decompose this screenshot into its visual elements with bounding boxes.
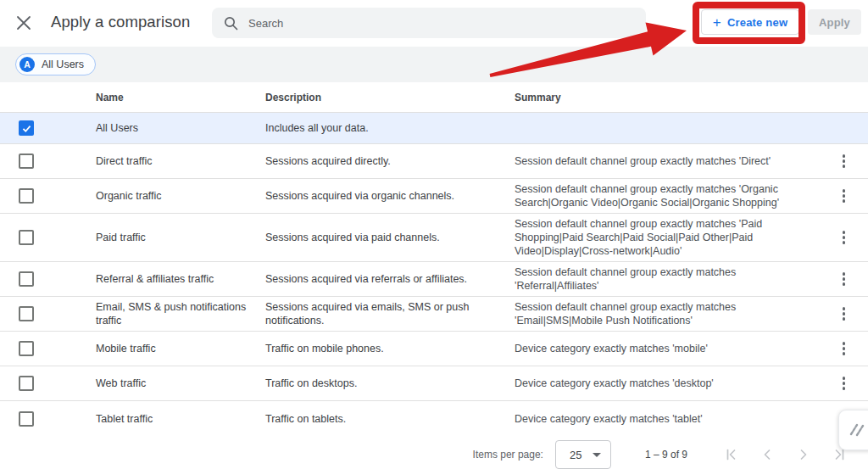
row-name: Direct traffic	[96, 154, 265, 168]
row-checkbox[interactable]	[19, 271, 34, 287]
column-header-description: Description	[265, 92, 515, 103]
checkbox-cell	[0, 376, 96, 391]
top-bar: Apply a comparison + Create new Apply	[0, 0, 868, 47]
pagination-range-label: 1 – 9 of 9	[645, 449, 687, 461]
row-name: Tablet traffic	[96, 412, 265, 426]
table-row[interactable]: All Users Includes all your data.	[0, 113, 868, 144]
row-summary: Device category exactly matches 'desktop…	[515, 377, 826, 390]
more-vertical-icon[interactable]	[838, 303, 850, 325]
table-row[interactable]: Direct traffic Sessions acquired directl…	[0, 144, 868, 179]
table-row[interactable]: Paid traffic Sessions acquired via paid …	[0, 214, 868, 262]
row-summary: Session default channel group exactly ma…	[515, 182, 826, 209]
table-row[interactable]: Organic traffic Sessions acquired via or…	[0, 179, 868, 214]
row-summary: Device category exactly matches 'mobile'	[515, 342, 826, 355]
row-checkbox[interactable]	[19, 120, 34, 136]
row-checkbox[interactable]	[19, 376, 34, 391]
checkbox-cell	[0, 411, 96, 427]
row-summary: Session default channel group exactly ma…	[515, 300, 826, 327]
previous-page-icon[interactable]	[760, 447, 775, 462]
items-per-page-label: Items per page:	[473, 449, 543, 461]
more-vertical-icon[interactable]	[838, 150, 850, 172]
caret-down-icon	[593, 453, 601, 457]
checkbox-cell	[0, 341, 96, 356]
table-row[interactable]: Tablet traffic Traffic on tablets. Devic…	[0, 401, 868, 436]
more-vertical-icon[interactable]	[838, 338, 850, 360]
menu-cell	[826, 226, 868, 248]
row-checkbox[interactable]	[19, 230, 34, 245]
table-row[interactable]: Mobile traffic Traffic on mobile phones.…	[0, 332, 868, 366]
all-users-chip[interactable]: A All Users	[15, 53, 96, 75]
floating-widget[interactable]	[838, 410, 868, 450]
row-name: All Users	[96, 121, 265, 135]
menu-cell	[826, 372, 868, 394]
menu-cell	[826, 303, 868, 325]
more-vertical-icon[interactable]	[838, 226, 850, 248]
checkbox-cell	[0, 271, 96, 287]
close-icon[interactable]	[14, 13, 34, 33]
row-summary: Session default channel group exactly ma…	[515, 265, 826, 293]
row-description: Traffic on desktops.	[265, 377, 515, 390]
screen-capture-widget-icon	[848, 421, 866, 439]
table-header: Name Description Summary	[0, 82, 868, 113]
table-footer: Items per page: 25 1 – 9 of 9	[0, 436, 868, 469]
row-summary: Device category exactly matches 'tablet'	[515, 412, 826, 426]
menu-cell	[826, 338, 868, 360]
row-description: Sessions acquired via paid channels.	[265, 231, 515, 244]
row-description: Sessions acquired via emails, SMS or pus…	[265, 300, 515, 327]
table-row[interactable]: Referral & affiliates traffic Sessions a…	[0, 262, 868, 297]
apply-comparison-dialog: Apply a comparison + Create new Apply A …	[0, 0, 868, 469]
row-checkbox[interactable]	[19, 306, 34, 321]
row-checkbox[interactable]	[19, 341, 34, 356]
create-new-label: Create new	[727, 16, 787, 29]
applied-comparisons-bar: A All Users	[0, 47, 868, 82]
row-name: Web traffic	[96, 377, 265, 390]
row-summary: Session default channel group exactly ma…	[515, 154, 826, 168]
row-name: Email, SMS & push notifications traffic	[96, 300, 265, 327]
checkbox-cell	[0, 230, 96, 245]
more-vertical-icon[interactable]	[838, 268, 850, 290]
menu-cell	[826, 185, 868, 207]
menu-cell	[826, 117, 868, 139]
column-header-summary: Summary	[515, 92, 826, 103]
table-body: All Users Includes all your data. Direct…	[0, 113, 868, 436]
row-name: Paid traffic	[96, 231, 265, 244]
checkbox-cell	[0, 120, 96, 136]
row-description: Sessions acquired via organic channels.	[265, 189, 515, 203]
menu-cell	[826, 268, 868, 290]
table-row[interactable]: Email, SMS & push notifications traffic …	[0, 297, 868, 332]
row-checkbox[interactable]	[19, 154, 34, 169]
checkbox-cell	[0, 306, 96, 321]
chip-label: All Users	[42, 59, 84, 70]
row-checkbox[interactable]	[19, 411, 34, 427]
more-vertical-icon[interactable]	[838, 185, 850, 207]
checkmark-icon	[21, 123, 32, 134]
create-new-button[interactable]: + Create new	[701, 9, 799, 35]
row-name: Referral & affiliates traffic	[96, 272, 265, 286]
checkbox-cell	[0, 154, 96, 169]
row-description: Sessions acquired directly.	[265, 154, 515, 168]
search-input[interactable]	[248, 17, 634, 30]
first-page-icon[interactable]	[723, 447, 738, 462]
row-checkbox[interactable]	[19, 188, 34, 204]
row-description: Sessions acquired via referrals or affil…	[265, 272, 515, 286]
row-name: Mobile traffic	[96, 342, 265, 355]
more-vertical-icon[interactable]	[838, 372, 850, 394]
page-title: Apply a comparison	[51, 13, 190, 31]
checkbox-cell	[0, 188, 96, 204]
plus-icon: +	[713, 15, 721, 30]
row-summary: Session default channel group exactly ma…	[515, 217, 826, 258]
chip-avatar: A	[19, 57, 35, 72]
column-header-name: Name	[96, 92, 265, 103]
items-per-page-select[interactable]: 25	[555, 440, 611, 469]
row-description: Includes all your data.	[265, 121, 515, 135]
row-name: Organic traffic	[96, 189, 265, 203]
menu-cell	[826, 150, 868, 172]
row-description: Traffic on mobile phones.	[265, 342, 515, 355]
apply-button[interactable]: Apply	[808, 9, 861, 35]
table-row[interactable]: Web traffic Traffic on desktops. Device …	[0, 366, 868, 401]
search-icon	[224, 16, 238, 31]
pagination-controls	[723, 447, 848, 462]
next-page-icon[interactable]	[796, 447, 811, 462]
apply-label: Apply	[819, 16, 850, 29]
search-bar[interactable]	[212, 8, 646, 38]
